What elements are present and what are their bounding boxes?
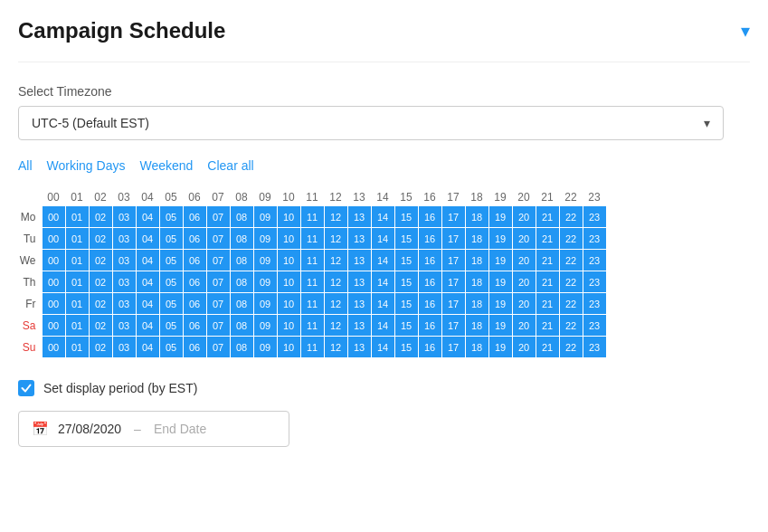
cell-fr-10[interactable]: 10 <box>277 293 300 315</box>
cell-sa-14[interactable]: 14 <box>371 315 394 337</box>
cell-we-22[interactable]: 22 <box>559 250 583 271</box>
cell-th-11[interactable]: 11 <box>300 271 324 293</box>
cell-mo-04[interactable]: 04 <box>136 206 159 228</box>
cell-we-00[interactable]: 00 <box>42 250 65 271</box>
cell-su-17[interactable]: 17 <box>441 337 465 358</box>
cell-mo-05[interactable]: 05 <box>159 206 183 228</box>
cell-su-01[interactable]: 01 <box>65 337 89 358</box>
cell-fr-04[interactable]: 04 <box>136 293 159 315</box>
cell-su-14[interactable]: 14 <box>371 337 394 358</box>
cell-mo-09[interactable]: 09 <box>253 206 277 228</box>
cell-tu-13[interactable]: 13 <box>347 228 371 250</box>
display-period-checkbox[interactable] <box>18 380 34 396</box>
cell-fr-09[interactable]: 09 <box>253 293 277 315</box>
cell-fr-08[interactable]: 08 <box>230 293 253 315</box>
cell-fr-12[interactable]: 12 <box>324 293 347 315</box>
cell-th-12[interactable]: 12 <box>324 271 347 293</box>
cell-su-09[interactable]: 09 <box>253 337 277 358</box>
cell-mo-21[interactable]: 21 <box>536 206 559 228</box>
cell-su-11[interactable]: 11 <box>300 337 324 358</box>
cell-th-04[interactable]: 04 <box>136 271 159 293</box>
cell-tu-00[interactable]: 00 <box>42 228 65 250</box>
cell-th-00[interactable]: 00 <box>42 271 65 293</box>
cell-sa-04[interactable]: 04 <box>136 315 159 337</box>
cell-we-18[interactable]: 18 <box>465 250 488 271</box>
cell-we-05[interactable]: 05 <box>159 250 183 271</box>
cell-fr-23[interactable]: 23 <box>583 293 606 315</box>
cell-sa-06[interactable]: 06 <box>183 315 206 337</box>
cell-sa-21[interactable]: 21 <box>536 315 559 337</box>
cell-th-23[interactable]: 23 <box>583 271 606 293</box>
cell-mo-07[interactable]: 07 <box>206 206 230 228</box>
cell-sa-00[interactable]: 00 <box>42 315 65 337</box>
cell-tu-21[interactable]: 21 <box>536 228 559 250</box>
cell-mo-23[interactable]: 23 <box>583 206 606 228</box>
cell-we-07[interactable]: 07 <box>206 250 230 271</box>
cell-sa-16[interactable]: 16 <box>418 315 441 337</box>
cell-we-08[interactable]: 08 <box>230 250 253 271</box>
cell-su-16[interactable]: 16 <box>418 337 441 358</box>
cell-tu-22[interactable]: 22 <box>559 228 583 250</box>
cell-mo-12[interactable]: 12 <box>324 206 347 228</box>
cell-mo-19[interactable]: 19 <box>488 206 512 228</box>
cell-fr-15[interactable]: 15 <box>394 293 418 315</box>
cell-tu-07[interactable]: 07 <box>206 228 230 250</box>
cell-th-20[interactable]: 20 <box>512 271 536 293</box>
cell-sa-17[interactable]: 17 <box>441 315 465 337</box>
cell-mo-13[interactable]: 13 <box>347 206 371 228</box>
cell-sa-08[interactable]: 08 <box>230 315 253 337</box>
cell-tu-18[interactable]: 18 <box>465 228 488 250</box>
cell-fr-05[interactable]: 05 <box>159 293 183 315</box>
cell-sa-20[interactable]: 20 <box>512 315 536 337</box>
cell-su-07[interactable]: 07 <box>206 337 230 358</box>
cell-th-08[interactable]: 08 <box>230 271 253 293</box>
cell-fr-01[interactable]: 01 <box>65 293 89 315</box>
cell-th-09[interactable]: 09 <box>253 271 277 293</box>
cell-mo-18[interactable]: 18 <box>465 206 488 228</box>
cell-su-08[interactable]: 08 <box>230 337 253 358</box>
cell-tu-20[interactable]: 20 <box>512 228 536 250</box>
cell-we-21[interactable]: 21 <box>536 250 559 271</box>
cell-su-03[interactable]: 03 <box>112 337 136 358</box>
cell-th-07[interactable]: 07 <box>206 271 230 293</box>
cell-su-18[interactable]: 18 <box>465 337 488 358</box>
cell-su-05[interactable]: 05 <box>159 337 183 358</box>
cell-tu-16[interactable]: 16 <box>418 228 441 250</box>
cell-mo-00[interactable]: 00 <box>42 206 65 228</box>
cell-th-05[interactable]: 05 <box>159 271 183 293</box>
cell-mo-22[interactable]: 22 <box>559 206 583 228</box>
cell-su-13[interactable]: 13 <box>347 337 371 358</box>
cell-fr-17[interactable]: 17 <box>441 293 465 315</box>
cell-su-21[interactable]: 21 <box>536 337 559 358</box>
cell-su-19[interactable]: 19 <box>488 337 512 358</box>
cell-su-00[interactable]: 00 <box>42 337 65 358</box>
cell-we-12[interactable]: 12 <box>324 250 347 271</box>
cell-sa-01[interactable]: 01 <box>65 315 89 337</box>
cell-sa-23[interactable]: 23 <box>583 315 606 337</box>
cell-sa-19[interactable]: 19 <box>488 315 512 337</box>
cell-we-23[interactable]: 23 <box>583 250 606 271</box>
cell-th-19[interactable]: 19 <box>488 271 512 293</box>
cell-tu-17[interactable]: 17 <box>441 228 465 250</box>
cell-sa-11[interactable]: 11 <box>300 315 324 337</box>
cell-fr-21[interactable]: 21 <box>536 293 559 315</box>
cell-su-02[interactable]: 02 <box>89 337 112 358</box>
cell-tu-11[interactable]: 11 <box>300 228 324 250</box>
cell-fr-22[interactable]: 22 <box>559 293 583 315</box>
cell-su-04[interactable]: 04 <box>136 337 159 358</box>
cell-we-16[interactable]: 16 <box>418 250 441 271</box>
timezone-select[interactable]: UTC-5 (Default EST) ▾ <box>18 106 724 140</box>
cell-th-02[interactable]: 02 <box>89 271 112 293</box>
collapse-icon[interactable]: ▾ <box>741 20 750 42</box>
cell-tu-08[interactable]: 08 <box>230 228 253 250</box>
cell-tu-05[interactable]: 05 <box>159 228 183 250</box>
cell-fr-03[interactable]: 03 <box>112 293 136 315</box>
cell-mo-02[interactable]: 02 <box>89 206 112 228</box>
cell-th-17[interactable]: 17 <box>441 271 465 293</box>
cell-fr-16[interactable]: 16 <box>418 293 441 315</box>
cell-th-16[interactable]: 16 <box>418 271 441 293</box>
cell-su-22[interactable]: 22 <box>559 337 583 358</box>
cell-th-22[interactable]: 22 <box>559 271 583 293</box>
cell-fr-13[interactable]: 13 <box>347 293 371 315</box>
cell-we-17[interactable]: 17 <box>441 250 465 271</box>
